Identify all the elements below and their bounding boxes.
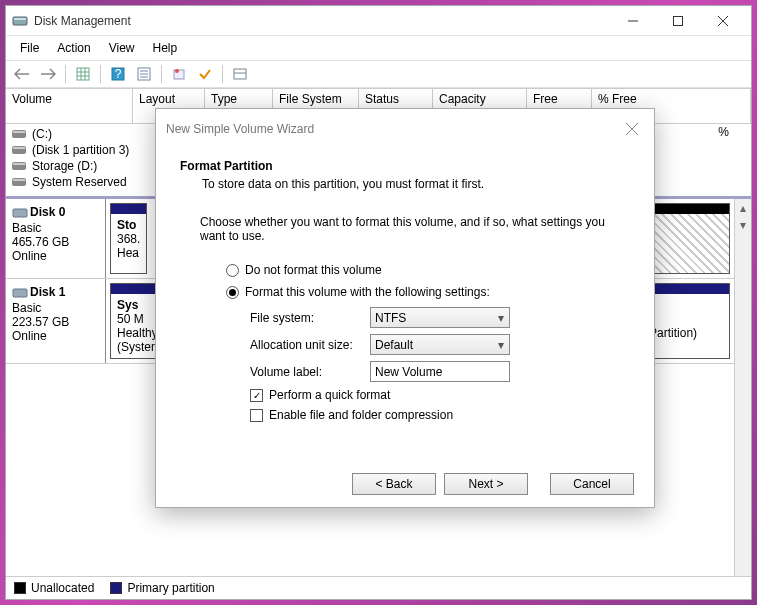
dialog-buttons: < Back Next > Cancel [156,461,654,507]
volume-label-input[interactable] [370,361,510,382]
volume-name: System Reserved [32,175,127,189]
menu-action[interactable]: Action [49,38,98,58]
checkbox-label: Perform a quick format [269,388,390,402]
radio-label: Format this volume with the following se… [245,285,490,299]
volume-icon [12,160,28,172]
dialog-body: Format Partition To store data on this p… [156,149,654,461]
disk-status: Online [12,329,99,343]
disk-info[interactable]: Disk 1 Basic 223.57 GB Online [6,279,106,363]
scroll-down-icon[interactable]: ▾ [735,216,751,233]
close-button[interactable] [700,7,745,35]
col-volume[interactable]: Volume [6,89,133,123]
dialog-subheading: To store data on this partition, you mus… [202,177,630,191]
svg-rect-1 [14,18,26,20]
app-icon [12,13,28,29]
menu-help[interactable]: Help [145,38,186,58]
disk-size: 465.76 GB [12,235,99,249]
svg-rect-22 [13,289,27,297]
scrollbar[interactable]: ▴ ▾ [734,199,751,576]
disk-size: 223.57 GB [12,315,99,329]
window-title: Disk Management [34,14,610,28]
refresh-icon[interactable] [167,63,191,85]
svg-rect-3 [673,16,682,25]
svg-rect-6 [77,68,89,80]
properties-icon[interactable] [132,63,156,85]
quick-format-checkbox[interactable]: Perform a quick format [250,388,630,402]
partition-name: Sto [117,218,140,232]
maximize-button[interactable] [655,7,700,35]
volume-label-label: Volume label: [250,365,370,379]
dialog-titlebar: New Simple Volume Wizard [156,109,654,149]
legend-label: Unallocated [31,581,94,595]
next-button[interactable]: Next > [444,473,528,495]
svg-text:?: ? [115,67,122,81]
radio-do-not-format[interactable]: Do not format this volume [226,263,630,277]
dialog-heading: Format Partition [180,159,630,173]
dialog-title: New Simple Volume Wizard [166,122,620,136]
new-simple-volume-wizard: New Simple Volume Wizard Format Partitio… [155,108,655,508]
allocation-label: Allocation unit size: [250,338,370,352]
menu-view[interactable]: View [101,38,143,58]
disk-name: Disk 1 [30,285,65,299]
check-icon[interactable] [193,63,217,85]
svg-rect-21 [13,209,27,217]
disk-icon [12,205,28,221]
legend: Unallocated Primary partition [6,576,751,599]
grid-icon[interactable] [71,63,95,85]
back-button[interactable]: < Back [352,473,436,495]
back-icon[interactable] [10,63,34,85]
disk-status: Online [12,249,99,263]
volume-icon [12,128,28,140]
menu-file[interactable]: File [12,38,47,58]
chevron-down-icon: ▾ [498,311,504,325]
forward-icon[interactable] [36,63,60,85]
pct-stub: % [718,125,729,139]
legend-swatch-unallocated [14,582,26,594]
volume-name: Storage (D:) [32,159,97,173]
filesystem-label: File system: [250,311,370,325]
radio-icon [226,264,239,277]
svg-rect-19 [234,69,246,79]
radio-icon [226,286,239,299]
help-icon[interactable]: ? [106,63,130,85]
toolbar: ? [6,60,751,88]
dialog-prompt: Choose whether you want to format this v… [200,215,610,243]
checkbox-icon [250,409,263,422]
volume-icon [12,144,28,156]
compression-checkbox[interactable]: Enable file and folder compression [250,408,630,422]
partition-size: 368. [117,232,140,246]
volume-icon [12,176,28,188]
chevron-down-icon: ▾ [498,338,504,352]
partition-status: Hea [117,246,140,260]
radio-label: Do not format this volume [245,263,382,277]
allocation-select[interactable]: Default ▾ [370,334,510,355]
partition[interactable]: Sto 368. Hea [110,203,147,274]
legend-swatch-primary [110,582,122,594]
svg-point-18 [175,69,179,73]
select-value: Default [375,338,413,352]
checkbox-icon [250,389,263,402]
volume-name: (C:) [32,127,52,141]
disk-icon [12,285,28,301]
titlebar: Disk Management [6,6,751,36]
volume-name: (Disk 1 partition 3) [32,143,129,157]
list-icon[interactable] [228,63,252,85]
select-value: NTFS [375,311,406,325]
checkbox-label: Enable file and folder compression [269,408,453,422]
disk-type: Basic [12,301,99,315]
scroll-up-icon[interactable]: ▴ [735,199,751,216]
menubar: File Action View Help [6,36,751,60]
disk-type: Basic [12,221,99,235]
disk-info[interactable]: Disk 0 Basic 465.76 GB Online [6,199,106,278]
minimize-button[interactable] [610,7,655,35]
cancel-button[interactable]: Cancel [550,473,634,495]
radio-format-volume[interactable]: Format this volume with the following se… [226,285,630,299]
filesystem-select[interactable]: NTFS ▾ [370,307,510,328]
legend-label: Primary partition [127,581,214,595]
dialog-close-button[interactable] [620,117,644,141]
disk-name: Disk 0 [30,205,65,219]
